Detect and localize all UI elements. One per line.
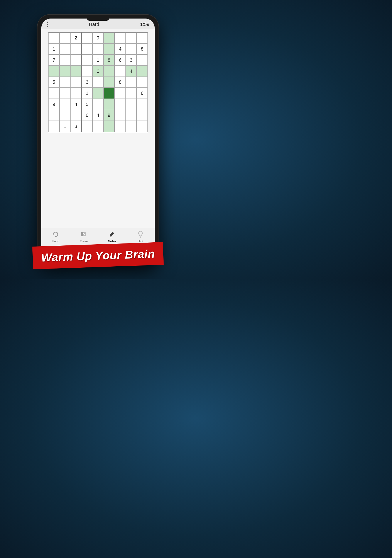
- table-row[interactable]: [126, 77, 137, 88]
- table-row[interactable]: [115, 99, 126, 110]
- table-row[interactable]: 3: [70, 121, 81, 132]
- svg-text:✕: ✕: [83, 233, 85, 236]
- table-row[interactable]: [93, 88, 104, 99]
- table-row[interactable]: 6: [115, 54, 126, 66]
- table-row[interactable]: [136, 110, 148, 121]
- table-row[interactable]: [70, 88, 81, 99]
- table-row[interactable]: 9: [103, 110, 115, 121]
- notes-button[interactable]: Notes: [108, 230, 117, 243]
- app-title: Hard: [89, 22, 99, 27]
- sudoku-grid[interactable]: 2914871863645381694564913: [48, 32, 148, 132]
- table-row[interactable]: [136, 121, 148, 132]
- table-row[interactable]: [126, 88, 137, 99]
- table-row[interactable]: 2: [70, 33, 81, 44]
- table-row[interactable]: 4: [115, 44, 126, 55]
- table-row[interactable]: 6: [81, 110, 93, 121]
- table-row[interactable]: [81, 54, 93, 66]
- table-row[interactable]: [93, 121, 104, 132]
- erase-label: Erase: [80, 240, 88, 243]
- table-row[interactable]: [103, 77, 115, 88]
- undo-button[interactable]: Undo: [51, 230, 60, 243]
- undo-icon: [51, 230, 60, 239]
- table-row[interactable]: [70, 44, 81, 55]
- table-row[interactable]: [60, 66, 71, 77]
- notes-label: Notes: [108, 240, 117, 243]
- table-row[interactable]: [93, 77, 104, 88]
- table-row[interactable]: [115, 66, 126, 77]
- table-row[interactable]: [115, 110, 126, 121]
- table-row[interactable]: [115, 121, 126, 132]
- table-row[interactable]: [60, 54, 71, 66]
- table-row[interactable]: [103, 66, 115, 77]
- table-row[interactable]: [103, 44, 115, 55]
- table-row[interactable]: [60, 77, 71, 88]
- table-row[interactable]: 1: [93, 54, 104, 66]
- table-row[interactable]: 6: [93, 66, 104, 77]
- table-row[interactable]: [60, 88, 71, 99]
- table-row[interactable]: 6: [136, 88, 148, 99]
- hint-button[interactable]: Hint: [136, 230, 145, 243]
- table-row[interactable]: [81, 44, 93, 55]
- table-row[interactable]: [70, 110, 81, 121]
- table-row[interactable]: [126, 44, 137, 55]
- pencil-icon: [108, 230, 117, 239]
- table-row[interactable]: [60, 110, 71, 121]
- table-row[interactable]: 8: [103, 54, 115, 66]
- table-row[interactable]: [126, 99, 137, 110]
- table-row[interactable]: [136, 99, 148, 110]
- table-row[interactable]: 9: [93, 33, 104, 44]
- table-row[interactable]: [70, 66, 81, 77]
- phone-frame: Hard 1:59 2914871863645381694564913 Undo: [37, 14, 159, 265]
- table-row[interactable]: [126, 110, 137, 121]
- table-row[interactable]: 4: [126, 66, 137, 77]
- table-row[interactable]: 5: [81, 99, 93, 110]
- table-row[interactable]: [136, 33, 148, 44]
- hint-label: Hint: [138, 240, 143, 243]
- table-row[interactable]: [136, 66, 148, 77]
- table-row[interactable]: 7: [48, 54, 60, 66]
- table-row[interactable]: 9: [48, 99, 60, 110]
- table-row[interactable]: [126, 121, 137, 132]
- table-row[interactable]: [115, 88, 126, 99]
- table-row[interactable]: [93, 44, 104, 55]
- table-row[interactable]: [70, 54, 81, 66]
- table-row[interactable]: [60, 99, 71, 110]
- table-row[interactable]: [103, 99, 115, 110]
- table-row[interactable]: [60, 44, 71, 55]
- lightbulb-icon: [136, 230, 145, 239]
- toolbar: Undo ✕ Erase: [41, 228, 155, 245]
- table-row[interactable]: [48, 33, 60, 44]
- table-row[interactable]: [136, 77, 148, 88]
- table-row[interactable]: 5: [48, 77, 60, 88]
- timer-display: 1:59: [140, 22, 149, 27]
- table-row[interactable]: 8: [115, 77, 126, 88]
- table-row[interactable]: [81, 66, 93, 77]
- table-row[interactable]: 1: [60, 121, 71, 132]
- table-row[interactable]: [103, 121, 115, 132]
- table-row[interactable]: [48, 66, 60, 77]
- table-row[interactable]: [48, 88, 60, 99]
- table-row[interactable]: 1: [48, 44, 60, 55]
- menu-button[interactable]: [47, 22, 48, 27]
- svg-point-7: [138, 231, 142, 235]
- table-row[interactable]: 8: [136, 44, 148, 55]
- table-row[interactable]: 4: [70, 99, 81, 110]
- banner-text: Warm Up Your Brain: [39, 247, 157, 264]
- table-row[interactable]: 4: [93, 110, 104, 121]
- table-row[interactable]: [48, 121, 60, 132]
- table-row[interactable]: [70, 77, 81, 88]
- table-row[interactable]: [60, 33, 71, 44]
- table-row[interactable]: [93, 99, 104, 110]
- table-row[interactable]: [115, 33, 126, 44]
- table-row[interactable]: [81, 33, 93, 44]
- erase-button[interactable]: ✕ Erase: [79, 230, 88, 243]
- table-row[interactable]: 1: [81, 88, 93, 99]
- table-row[interactable]: 3: [126, 54, 137, 66]
- table-row[interactable]: [126, 33, 137, 44]
- table-row[interactable]: [136, 54, 148, 66]
- table-row[interactable]: [103, 88, 115, 99]
- table-row[interactable]: [48, 110, 60, 121]
- table-row[interactable]: [81, 121, 93, 132]
- table-row[interactable]: [103, 33, 115, 44]
- table-row[interactable]: 3: [81, 77, 93, 88]
